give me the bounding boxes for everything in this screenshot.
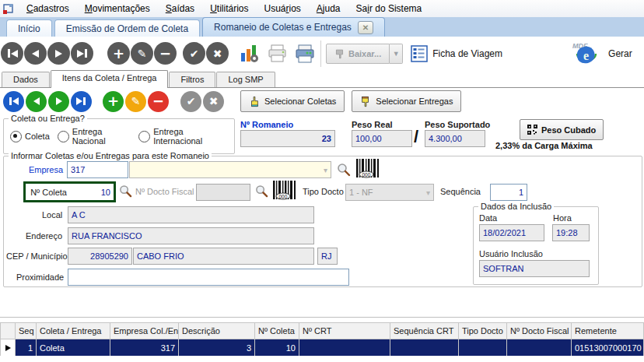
peso-real-field[interactable]: 100,00 (352, 130, 412, 147)
menu-item-usuarios[interactable]: Usuários (256, 1, 308, 16)
tipo-docto-combo[interactable]: 1 - NF▾ (345, 184, 434, 201)
endereco-field[interactable]: RUA FRANCISCO (68, 227, 314, 244)
table-cell[interactable]: 01513007000170 (572, 339, 644, 356)
uf-field[interactable]: RJ (317, 248, 338, 265)
check-icon: ✔ (187, 96, 196, 107)
ficha-viagem-icon[interactable] (411, 45, 428, 62)
grid-column-header[interactable]: Remetente (572, 323, 644, 339)
item-confirm-button[interactable]: ✔ (180, 91, 201, 112)
tab-close-icon[interactable]: ✕ (358, 21, 373, 34)
subtab-filtros[interactable]: Filtros (169, 72, 215, 87)
table-cell[interactable]: 1 (16, 339, 37, 356)
baixar-dropdown-arrow[interactable]: ▼ (390, 44, 403, 64)
subtab-dados[interactable]: Dados (2, 72, 50, 87)
subtab-itens-coleta-entrega[interactable]: Itens da Coleta / Entrega (51, 70, 169, 88)
n-coleta-input[interactable] (69, 185, 114, 199)
grid-column-header[interactable]: Sequência CRT (390, 323, 459, 339)
selecionar-coletas-button[interactable]: Selecionar Coletas (240, 90, 345, 112)
delete-button[interactable]: − (154, 42, 177, 65)
radio-coleta[interactable]: Coleta (10, 131, 50, 142)
print-preview-button[interactable] (267, 44, 288, 63)
peso-suportado-field[interactable]: 4.300,00 (425, 130, 485, 147)
grid-column-header[interactable]: Tipo Docto (459, 323, 507, 339)
table-cell[interactable] (299, 339, 390, 356)
menu-item-cadastros[interactable]: Cadastros (19, 1, 77, 16)
item-delete-button[interactable]: − (148, 91, 169, 112)
add-button[interactable]: + (107, 42, 130, 65)
radio-button-icon[interactable] (58, 131, 69, 142)
chevron-down-icon: ▾ (324, 166, 327, 174)
item-previous-button[interactable] (26, 91, 47, 112)
local-field[interactable]: A C (68, 206, 314, 223)
grid-column-header[interactable]: Descrição (179, 323, 255, 339)
coleta-entrega-legend: Coleta ou Entrega? (9, 114, 87, 123)
item-cancel-button[interactable]: ✖ (203, 91, 224, 112)
item-first-button[interactable] (3, 91, 24, 112)
table-cell[interactable]: Coleta (37, 339, 110, 356)
ficha-viagem-label[interactable]: Ficha de Viagem (432, 48, 502, 59)
menu-item-utilitarios[interactable]: Utilitários (202, 1, 256, 16)
radio-entrega-nacional[interactable]: Entrega Nacional (58, 127, 131, 146)
gerar-label[interactable]: Gerar (608, 48, 632, 59)
item-last-button[interactable] (71, 91, 92, 112)
item-add-button[interactable]: + (103, 91, 124, 112)
peso-cubado-button[interactable]: Peso Cubado (520, 119, 604, 140)
menu-item-ajuda[interactable]: Ajuda (309, 1, 348, 16)
grid-column-header[interactable]: Coleta / Entrega (37, 323, 110, 339)
cancel-button[interactable]: ✖ (206, 42, 229, 65)
menu-item-saidas[interactable]: Saídas (158, 1, 202, 16)
n-docto-fiscal-field[interactable] (196, 184, 250, 201)
grid-column-header[interactable]: Seq (16, 323, 37, 339)
chart-button[interactable] (239, 43, 260, 64)
table-cell[interactable]: 3 (179, 339, 255, 356)
first-record-button[interactable] (1, 42, 23, 65)
usuario-inclusao-field[interactable]: SOFTRAN (479, 260, 590, 277)
grid-column-header[interactable]: Nº Coleta (255, 323, 299, 339)
grid-column-header[interactable]: Nº CRT (299, 323, 390, 339)
proximidade-input[interactable] (68, 269, 349, 286)
row-selector-cell[interactable] (0, 339, 16, 356)
hora-field[interactable]: 19:28 (552, 224, 590, 241)
radio-button-icon[interactable] (138, 131, 150, 142)
table-cell[interactable] (507, 339, 572, 356)
n-docto-search-icon[interactable] (255, 185, 268, 198)
docto-barcode-icon[interactable]: 000 (272, 180, 297, 200)
confirm-button[interactable]: ✔ (183, 42, 205, 65)
empresa-barcode-icon[interactable]: 000 (355, 158, 380, 178)
edit-button[interactable]: ✎ (131, 42, 153, 65)
last-record-button[interactable] (71, 42, 93, 65)
menu-item-movimentacoes[interactable]: Movimentações (77, 1, 158, 16)
empresa-input[interactable] (67, 161, 128, 178)
table-cell[interactable] (390, 339, 459, 356)
tab-inicio[interactable]: Início (6, 19, 52, 37)
data-field[interactable]: 18/02/2021 (479, 224, 544, 241)
print-button[interactable] (294, 44, 316, 64)
grid-column-header[interactable]: Empresa Col./Ent. (110, 323, 179, 339)
previous-record-button[interactable] (24, 42, 47, 65)
table-cell[interactable] (459, 339, 507, 356)
cep-field[interactable]: 28905290 (68, 248, 132, 265)
grid-column-header[interactable]: Nº Docto Fiscal (507, 323, 572, 339)
sequencia-input[interactable] (490, 184, 527, 201)
table-cell[interactable]: 317 (110, 339, 179, 356)
radio-button-icon[interactable] (10, 131, 22, 142)
tab-emissao-ordem-coleta[interactable]: Emissão de Ordem de Coleta (54, 19, 200, 37)
baixar-button[interactable]: Baixar... (326, 44, 390, 64)
empresa-descricao-combo[interactable]: ▾ (129, 161, 331, 178)
item-edit-button[interactable]: ✎ (125, 91, 146, 112)
table-row[interactable]: 1Coleta31731001513007000170 (0, 339, 644, 356)
selecionar-entregas-button[interactable]: Selecionar Entregas (352, 90, 461, 112)
peso-cubado-label: Peso Cubado (541, 125, 596, 135)
n-coleta-search-icon[interactable] (119, 185, 132, 198)
radio-entrega-internacional[interactable]: Entrega Internacional (138, 127, 226, 146)
empresa-search-icon[interactable] (337, 163, 351, 177)
table-cell[interactable]: 10 (255, 339, 299, 356)
tab-romaneio-coletas-entregas[interactable]: Romaneio de Coletas e Entregas✕ (202, 17, 385, 37)
n-romaneio-field[interactable]: 23 (240, 130, 335, 147)
next-record-button[interactable] (47, 42, 70, 65)
item-next-button[interactable] (48, 91, 69, 112)
toolbar-separator (320, 40, 321, 67)
municipio-field[interactable]: CABO FRIO (133, 248, 314, 265)
subtab-log-smp[interactable]: Log SMP (216, 72, 275, 87)
menu-item-sair-do-sistema[interactable]: Sair do Sistema (348, 1, 430, 16)
